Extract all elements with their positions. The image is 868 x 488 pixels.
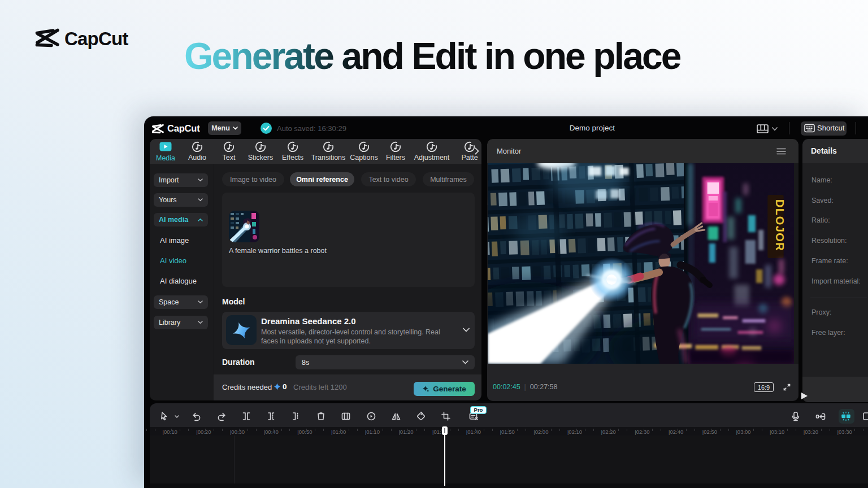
svg-text:DLOJOR: DLOJOR — [773, 199, 785, 251]
